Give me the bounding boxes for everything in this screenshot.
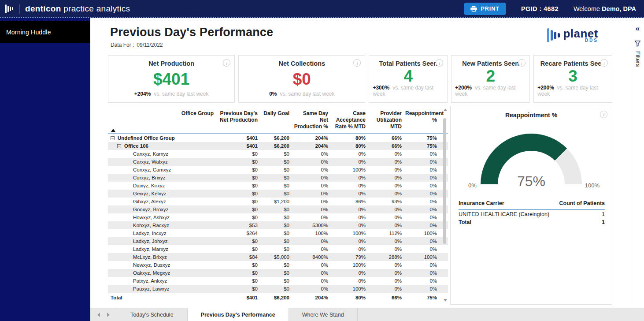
- kpi-comparison: +200%vs. same day last week: [455, 85, 526, 97]
- row-name: Geixyz, Kelxyz: [133, 191, 166, 196]
- kpi-value: $401: [153, 71, 189, 87]
- row-name-cell: Office 106: [108, 143, 217, 149]
- tab-today-s-schedule[interactable]: Today's Schedule: [117, 308, 187, 321]
- total-value-cell: $6,200: [261, 295, 293, 300]
- row-value-cell: 66%: [369, 135, 405, 141]
- row-value-cell: 112%: [369, 231, 405, 236]
- table-row[interactable]: Gooxyz, Broxyz$0$00%0%0%0%: [108, 205, 448, 213]
- row-value-cell: $264: [217, 231, 261, 236]
- tab-scroll-left-icon[interactable]: [97, 313, 100, 317]
- row-name: Gibxyz, Alexyz: [133, 199, 166, 204]
- tab-previous-day-s-performance[interactable]: Previous Day's Performance: [187, 308, 289, 321]
- kpi-info-icon[interactable]: i: [223, 59, 230, 67]
- row-value-cell: 0%: [332, 246, 369, 252]
- row-value-cell: 0%: [293, 183, 332, 188]
- row-name: Gooxyz, Broxyz: [133, 207, 169, 212]
- row-value-cell: 0%: [332, 239, 369, 244]
- app-window: denticon practice analytics PRINT PGID :…: [0, 0, 644, 321]
- row-name-cell: Carxyz, Walxyz: [108, 159, 217, 164]
- kpi-title: Net Production: [148, 60, 194, 67]
- column-header-office-group[interactable]: Office Group: [108, 106, 217, 117]
- row-name-cell: Ladxyz, Marxyz: [108, 246, 217, 252]
- row-value-cell: 0%: [332, 270, 369, 276]
- carrier-total-row: Total1: [459, 218, 605, 226]
- row-value-cell: $0: [261, 278, 293, 284]
- kpi-title: Net Collections: [279, 60, 326, 67]
- table-row[interactable]: McLxyz, Brixyz$84$5,0008400%79%288%100%: [108, 253, 448, 261]
- row-value-cell: 100%: [405, 254, 440, 260]
- table-row[interactable]: Daixyz, Kirxyz$0$00%0%0%0%: [108, 182, 448, 190]
- kpi-info-icon[interactable]: i: [518, 59, 526, 67]
- column-header-6: Reappointment %: [405, 106, 440, 123]
- row-value-cell: 0%: [293, 278, 332, 284]
- kpi-delta: 0%: [269, 91, 277, 97]
- row-value-cell: 0%: [293, 199, 332, 204]
- table-row[interactable]: Ladxyz, Johxyz$0$00%0%0%0%: [108, 237, 448, 245]
- table-row[interactable]: Ladxyz, Incxyz$264$0100%100%112%100%: [108, 229, 448, 237]
- row-name-cell: Conxyz, Camxyz: [108, 167, 217, 172]
- table-row[interactable]: Geixyz, Kelxyz$0$00%0%0%0%: [108, 190, 448, 198]
- row-value-cell: 0%: [293, 167, 332, 172]
- table-row[interactable]: Pauxyz, Lawxyz$0$00%100%0%0%: [108, 285, 448, 293]
- kpi-comparison: 0%vs. same day last week: [269, 91, 334, 97]
- column-header-1: Previous Day's Net Production: [217, 106, 261, 123]
- table-row[interactable]: Newxyz, Dusxyz$0$00%100%0%0%: [108, 261, 448, 269]
- table-row[interactable]: Carxyz, Walxyz$0$00%0%0%0%: [108, 158, 448, 166]
- row-value-cell: $5,000: [261, 254, 293, 260]
- kpi-info-icon[interactable]: i: [600, 59, 608, 67]
- row-value-cell: $6,200: [261, 135, 293, 141]
- row-value-cell: $0: [261, 239, 293, 244]
- sort-ascending-icon[interactable]: [111, 129, 115, 132]
- tab-scroll-right-icon[interactable]: [107, 313, 110, 317]
- table-row[interactable]: Patxyz, Ankxyz$0$00%0%0%0%: [108, 277, 448, 285]
- print-button[interactable]: PRINT: [464, 3, 506, 15]
- scroll-down-icon[interactable]: [444, 299, 447, 302]
- row-value-cell: 5300%: [293, 223, 332, 228]
- row-value-cell: 0%: [405, 191, 440, 196]
- row-value-cell: $0: [217, 199, 261, 204]
- gauge-info-icon[interactable]: i: [600, 111, 607, 118]
- table-row[interactable]: Ladxyz, Marxyz$0$00%0%0%0%: [108, 245, 448, 253]
- row-value-cell: $0: [217, 215, 261, 220]
- row-value-cell: $401: [217, 135, 261, 141]
- scrollbar-thumb[interactable]: [443, 118, 446, 244]
- table-row[interactable]: Curxyz, Brixyz$0$00%0%0%0%: [108, 174, 448, 182]
- row-name-cell: Ladxyz, Johxyz: [108, 239, 217, 244]
- sidebar-item-morning-huddle[interactable]: Morning Huddle: [0, 21, 90, 43]
- row-value-cell: $0: [217, 151, 261, 157]
- row-value-cell: $0: [261, 286, 293, 291]
- kpi-value: 4: [404, 68, 413, 84]
- table-row[interactable]: Conxyz, Camxyz$0$00%100%0%0%: [108, 166, 448, 174]
- row-value-cell: 0%: [332, 278, 369, 284]
- kpi-card: New Patients Seeni2+200%vs. same day las…: [451, 55, 530, 103]
- scroll-up-icon[interactable]: [444, 108, 447, 111]
- expand-filters-icon[interactable]: «: [631, 24, 644, 33]
- kpi-info-icon[interactable]: i: [353, 59, 361, 67]
- kpi-info-icon[interactable]: i: [436, 59, 443, 67]
- table-row[interactable]: Undefined Office Group$401$6,200204%80%6…: [108, 134, 448, 142]
- table-row[interactable]: Howxyz, Ashxyz$0$00%0%0%0%: [108, 213, 448, 221]
- insurance-carrier-table: Insurance Carrier Count of Patients UNIT…: [459, 198, 605, 226]
- filter-funnel-icon[interactable]: [634, 40, 641, 47]
- row-value-cell: 0%: [293, 191, 332, 196]
- row-value-cell: $0: [217, 270, 261, 276]
- table-row[interactable]: Kohxyz, Racxyz$53$05300%0%0%0%: [108, 221, 448, 229]
- kpi-comparison: +200%vs. same day last week: [537, 85, 608, 97]
- collapse-icon[interactable]: [117, 144, 121, 148]
- row-value-cell: 0%: [332, 183, 369, 188]
- row-value-cell: 100%: [332, 286, 369, 291]
- row-value-cell: 100%: [405, 231, 440, 236]
- row-value-cell: 0%: [332, 207, 369, 212]
- table-row[interactable]: Canxyz, Karxyz$0$00%0%0%0%: [108, 150, 448, 158]
- table-row[interactable]: Oakxyz, Megxyz$0$00%0%0%0%: [108, 269, 448, 277]
- row-value-cell: 0%: [405, 215, 440, 220]
- collapse-icon[interactable]: [111, 136, 115, 140]
- row-value-cell: 0%: [293, 151, 332, 157]
- row-value-cell: 0%: [405, 199, 440, 204]
- table-row[interactable]: Gibxyz, Alexyz$0$1,2000%86%93%0%: [108, 198, 448, 205]
- row-value-cell: 0%: [293, 286, 332, 291]
- tab-where-we-stand[interactable]: Where We Stand: [289, 308, 358, 321]
- table-row[interactable]: Office 106$401$6,200204%80%66%75%: [108, 142, 448, 150]
- welcome-prefix: Welcome: [574, 5, 602, 12]
- sidebar: Morning Huddle: [0, 18, 90, 321]
